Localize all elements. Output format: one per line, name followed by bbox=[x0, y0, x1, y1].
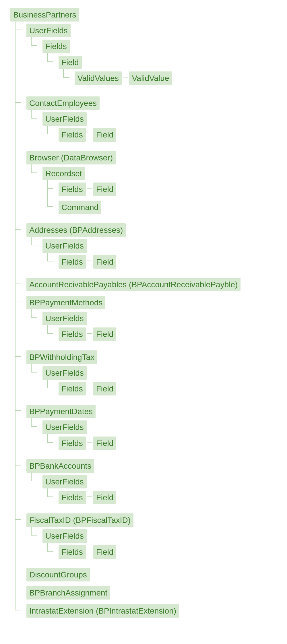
tree-item-bpbankaccounts: BPBankAccountsUserFieldsFieldsField bbox=[22, 457, 281, 511]
tree-item-command: Command bbox=[54, 198, 281, 216]
tree-node-userfields[interactable]: UserFields bbox=[42, 312, 87, 325]
tree-node-fields[interactable]: Fields bbox=[42, 40, 70, 53]
tree-root: BusinessPartnersUserFieldsFieldsFieldVal… bbox=[6, 6, 281, 622]
tree-children: FieldsField bbox=[42, 253, 281, 271]
tree-children: FieldsField bbox=[42, 543, 281, 561]
tree-item-userfields: UserFieldsFieldsField bbox=[38, 473, 281, 509]
tree-node-field[interactable]: Field bbox=[93, 437, 117, 450]
tree-node-addresses-bpaddresses[interactable]: Addresses (BPAddresses) bbox=[26, 223, 126, 237]
tree-node-fiscaltaxid-bpfiscaltaxid[interactable]: FiscalTaxID (BPFiscalTaxID) bbox=[26, 513, 133, 527]
tree-node-userfields[interactable]: UserFields bbox=[42, 366, 87, 380]
inline-child: Field bbox=[87, 128, 117, 141]
tree-node-field[interactable]: Field bbox=[93, 327, 117, 341]
tree-node-validvalues[interactable]: ValidValues bbox=[75, 71, 122, 85]
tree-node-fields[interactable]: Fields bbox=[59, 128, 86, 141]
tree-item-fields: FieldsField bbox=[54, 325, 281, 343]
tree-node-command[interactable]: Command bbox=[59, 201, 101, 214]
tree-children: FieldsFieldCommand bbox=[42, 180, 281, 216]
tree-node-field[interactable]: Field bbox=[59, 56, 82, 69]
tree-item-businesspartners: BusinessPartnersUserFieldsFieldsFieldVal… bbox=[6, 6, 281, 622]
inline-child: Field bbox=[87, 491, 117, 504]
tree-node-field[interactable]: Field bbox=[93, 183, 117, 196]
tree-children: UserFieldsFieldsField bbox=[26, 418, 281, 454]
tree-children: FieldsFieldValidValuesValidValue bbox=[26, 37, 281, 92]
inline-child: Field bbox=[87, 437, 117, 450]
tree-node-bpbranchassignment[interactable]: BPBranchAssignment bbox=[26, 586, 110, 600]
tree-children: UserFieldsFieldsField bbox=[26, 309, 281, 346]
tree-item-addresses-bpaddresses: Addresses (BPAddresses)UserFieldsFieldsF… bbox=[22, 221, 281, 276]
tree-node-businesspartners[interactable]: BusinessPartners bbox=[10, 8, 79, 22]
tree-node-browser-databrowser[interactable]: Browser (DataBrowser) bbox=[26, 151, 116, 164]
tree-node-userfields[interactable]: UserFields bbox=[42, 529, 87, 543]
tree-children: FieldsField bbox=[42, 126, 281, 144]
tree-item-browser-databrowser: Browser (DataBrowser)RecordsetFieldsFiel… bbox=[22, 149, 281, 221]
tree-children: UserFieldsFieldsField bbox=[26, 527, 281, 563]
tree-item-userfields: UserFieldsFieldsFieldValidValuesValidVal… bbox=[22, 22, 281, 94]
inline-child: Field bbox=[87, 382, 117, 395]
tree-node-fields[interactable]: Fields bbox=[59, 545, 86, 559]
tree-item-intrastatextension-bpintrastatextension: IntrastatExtension (BPIntrastatExtension… bbox=[22, 602, 281, 620]
tree-children: ValidValuesValidValue bbox=[59, 69, 281, 87]
tree-node-field[interactable]: Field bbox=[93, 128, 117, 141]
tree-item-bppaymentmethods: BPPaymentMethodsUserFieldsFieldsField bbox=[22, 294, 281, 348]
tree-children: FieldsField bbox=[42, 325, 281, 343]
tree-item-userfields: UserFieldsFieldsField bbox=[38, 110, 281, 146]
tree-node-accountrecivablepayables-bpaccountreceivablepayble[interactable]: AccountRecivablePayables (BPAccountRecei… bbox=[26, 278, 241, 291]
tree-node-userfields[interactable]: UserFields bbox=[42, 112, 87, 126]
tree-children: FieldsField bbox=[42, 434, 281, 452]
tree-node-intrastatextension-bpintrastatextension[interactable]: IntrastatExtension (BPIntrastatExtension… bbox=[26, 604, 179, 618]
tree-node-discountgroups[interactable]: DiscountGroups bbox=[26, 568, 90, 581]
tree-node-validvalue[interactable]: ValidValue bbox=[129, 71, 172, 85]
tree-item-fiscaltaxid-bpfiscaltaxid: FiscalTaxID (BPFiscalTaxID)UserFieldsFie… bbox=[22, 511, 281, 566]
tree-children: RecordsetFieldsFieldCommand bbox=[26, 164, 281, 219]
tree-children: UserFieldsFieldsField bbox=[26, 110, 281, 146]
tree-node-recordset[interactable]: Recordset bbox=[42, 167, 85, 180]
tree-item-accountrecivablepayables-bpaccountreceivablepayble: AccountRecivablePayables (BPAccountRecei… bbox=[22, 276, 281, 294]
tree-children: FieldsField bbox=[42, 488, 281, 507]
tree-children: UserFieldsFieldsFieldValidValuesValidVal… bbox=[10, 22, 281, 620]
tree-item-bpwithholdingtax: BPWithholdingTaxUserFieldsFieldsField bbox=[22, 348, 281, 403]
tree-item-fields: FieldsField bbox=[54, 126, 281, 144]
tree-item-bppaymentdates: BPPaymentDatesUserFieldsFieldsField bbox=[22, 402, 281, 457]
tree-children: UserFieldsFieldsField bbox=[26, 473, 281, 509]
inline-child: Field bbox=[87, 255, 117, 269]
tree-item-fields: FieldsField bbox=[54, 180, 281, 198]
tree-node-userfields[interactable]: UserFields bbox=[42, 475, 87, 488]
tree-node-userfields[interactable]: UserFields bbox=[26, 24, 71, 37]
inline-child: ValidValue bbox=[123, 71, 172, 85]
inline-child: Field bbox=[87, 545, 117, 559]
tree-node-field[interactable]: Field bbox=[93, 491, 117, 504]
inline-child: Field bbox=[87, 327, 117, 341]
tree-item-userfields: UserFieldsFieldsField bbox=[38, 309, 281, 346]
tree-children: FieldValidValuesValidValue bbox=[42, 53, 281, 90]
tree-item-userfields: UserFieldsFieldsField bbox=[38, 527, 281, 563]
tree-item-userfields: UserFieldsFieldsField bbox=[38, 418, 281, 454]
tree-node-fields[interactable]: Fields bbox=[59, 491, 86, 504]
tree-item-contactemployees: ContactEmployeesUserFieldsFieldsField bbox=[22, 94, 281, 149]
tree-node-fields[interactable]: Fields bbox=[59, 437, 86, 450]
tree-node-bppaymentdates[interactable]: BPPaymentDates bbox=[26, 405, 96, 418]
tree-node-bpwithholdingtax[interactable]: BPWithholdingTax bbox=[26, 350, 97, 364]
tree-node-field[interactable]: Field bbox=[93, 382, 117, 395]
tree-node-userfields[interactable]: UserFields bbox=[42, 239, 87, 253]
tree-item-fields: FieldsField bbox=[54, 488, 281, 507]
tree-item-fields: FieldsFieldValidValuesValidValue bbox=[38, 37, 281, 92]
tree-item-fields: FieldsField bbox=[54, 253, 281, 271]
tree-node-userfields[interactable]: UserFields bbox=[42, 420, 87, 434]
tree-node-fields[interactable]: Fields bbox=[59, 183, 86, 196]
tree-node-bpbankaccounts[interactable]: BPBankAccounts bbox=[26, 459, 94, 473]
tree-item-fields: FieldsField bbox=[54, 380, 281, 398]
tree-node-field[interactable]: Field bbox=[93, 255, 117, 269]
tree-children: FieldsField bbox=[42, 380, 281, 398]
tree-node-fields[interactable]: Fields bbox=[59, 255, 86, 269]
tree-item-discountgroups: DiscountGroups bbox=[22, 566, 281, 584]
tree-children: UserFieldsFieldsField bbox=[26, 364, 281, 400]
tree-node-fields[interactable]: Fields bbox=[59, 382, 86, 395]
tree-item-recordset: RecordsetFieldsFieldCommand bbox=[38, 164, 281, 219]
tree-item-userfields: UserFieldsFieldsField bbox=[38, 237, 281, 273]
tree-node-field[interactable]: Field bbox=[93, 545, 117, 559]
tree-node-fields[interactable]: Fields bbox=[59, 327, 86, 341]
tree-node-bppaymentmethods[interactable]: BPPaymentMethods bbox=[26, 296, 105, 309]
tree-node-contactemployees[interactable]: ContactEmployees bbox=[26, 96, 100, 110]
inline-child: Field bbox=[87, 183, 117, 196]
